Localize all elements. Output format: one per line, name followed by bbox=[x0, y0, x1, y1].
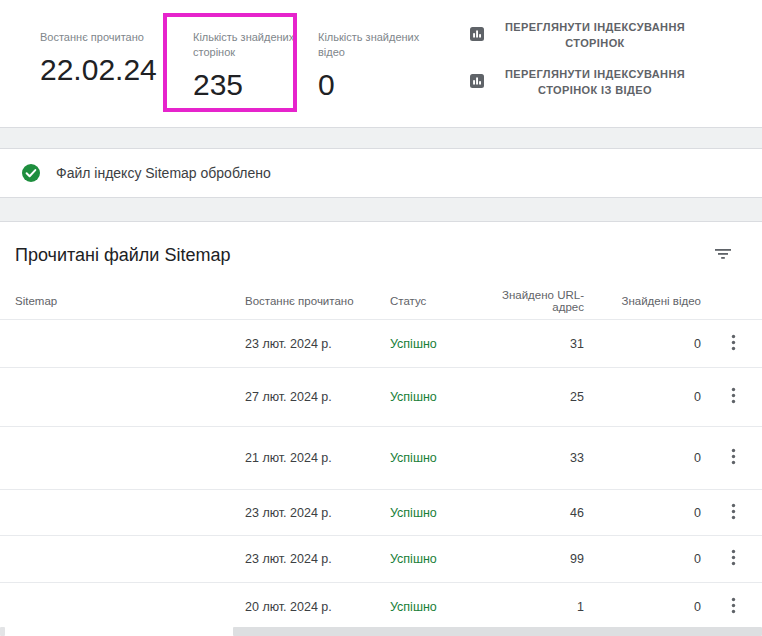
report-actions: Переглянути індексування сторінок Перегл… bbox=[470, 19, 695, 98]
cell-status: Успішно bbox=[390, 390, 490, 404]
status-banner-text: Файл індексу Sitemap оброблено bbox=[56, 165, 271, 181]
metric-value: 235 bbox=[193, 69, 318, 101]
kebab-menu-icon bbox=[731, 392, 736, 407]
cell-videos-found: 0 bbox=[588, 552, 705, 566]
cell-urls-found: 31 bbox=[490, 337, 588, 351]
row-menu-button[interactable] bbox=[727, 501, 740, 525]
action-label: Переглянути індексування сторінок із від… bbox=[495, 66, 695, 98]
kebab-menu-icon bbox=[731, 508, 736, 523]
action-label: Переглянути індексування сторінок bbox=[495, 19, 695, 51]
metric-block: Востаннє прочитано 22.02.24 bbox=[40, 30, 193, 101]
cell-menu bbox=[705, 385, 750, 409]
column-header-videos-found[interactable]: Знайдені відео bbox=[588, 295, 705, 307]
cell-urls-found: 1 bbox=[490, 600, 588, 614]
table-row[interactable]: 21 лют. 2024 р. Успішно 33 0 bbox=[0, 427, 762, 490]
cell-urls-found: 25 bbox=[490, 390, 588, 404]
table-row[interactable]: 27 лют. 2024 р. Успішно 25 0 bbox=[0, 368, 762, 427]
metric-value: 22.02.24 bbox=[40, 54, 193, 86]
view-indexing-button[interactable]: Переглянути індексування сторінок bbox=[470, 19, 695, 51]
cell-last-read: 23 лют. 2024 р. bbox=[245, 337, 390, 351]
horizontal-scrollbar-fragment[interactable] bbox=[0, 627, 5, 636]
cell-videos-found: 0 bbox=[588, 600, 705, 614]
row-menu-button[interactable] bbox=[727, 595, 740, 619]
column-header-last-read[interactable]: Востаннє прочитано bbox=[245, 295, 390, 307]
cell-menu bbox=[705, 332, 750, 356]
metrics-summary-card: Востаннє прочитано 22.02.24 Кількість зн… bbox=[0, 0, 762, 128]
table-row[interactable]: 23 лют. 2024 р. Успішно 31 0 bbox=[0, 320, 762, 368]
kebab-menu-icon bbox=[731, 602, 736, 617]
view-indexing-button[interactable]: Переглянути індексування сторінок із від… bbox=[470, 66, 695, 98]
cell-videos-found: 0 bbox=[588, 506, 705, 520]
filter-icon bbox=[714, 250, 732, 265]
kebab-menu-icon bbox=[731, 453, 736, 468]
kebab-menu-icon bbox=[731, 554, 736, 569]
cell-urls-found: 46 bbox=[490, 506, 588, 520]
cell-urls-found: 33 bbox=[490, 451, 588, 465]
table-row[interactable]: 20 лют. 2024 р. Успішно 1 0 bbox=[0, 583, 762, 631]
table-row[interactable]: 23 лют. 2024 р. Успішно 46 0 bbox=[0, 490, 762, 536]
metrics-group: Востаннє прочитано 22.02.24 Кількість зн… bbox=[40, 30, 428, 101]
sitemap-report-page: Востаннє прочитано 22.02.24 Кількість зн… bbox=[0, 0, 762, 636]
status-banner: Файл індексу Sitemap оброблено bbox=[0, 149, 762, 198]
metric-label: Кількість знайдених відео bbox=[318, 30, 428, 60]
kebab-menu-icon bbox=[731, 339, 736, 354]
cell-menu bbox=[705, 501, 750, 525]
filter-button[interactable] bbox=[712, 244, 734, 267]
column-header-status[interactable]: Статус bbox=[390, 295, 490, 307]
row-menu-button[interactable] bbox=[727, 385, 740, 409]
cell-last-read: 21 лют. 2024 р. bbox=[245, 451, 390, 465]
cell-last-read: 23 лют. 2024 р. bbox=[245, 506, 390, 520]
row-menu-button[interactable] bbox=[727, 332, 740, 356]
column-header-urls-found[interactable]: Знайдено URL-адрес bbox=[490, 289, 588, 313]
cell-videos-found: 0 bbox=[588, 390, 705, 404]
cell-status: Успішно bbox=[390, 552, 490, 566]
cell-videos-found: 0 bbox=[588, 337, 705, 351]
table-header-row: Sitemap Востаннє прочитано Статус Знайде… bbox=[0, 282, 762, 320]
cell-status: Успішно bbox=[390, 337, 490, 351]
row-menu-button[interactable] bbox=[727, 446, 740, 470]
table-card-header: Прочитані файли Sitemap bbox=[0, 222, 762, 282]
cell-last-read: 23 лют. 2024 р. bbox=[245, 552, 390, 566]
table-body: 23 лют. 2024 р. Успішно 31 0 bbox=[0, 320, 762, 631]
cell-menu bbox=[705, 446, 750, 470]
section-divider bbox=[0, 128, 762, 149]
metric-block: Кількість знайдених відео 0 bbox=[318, 30, 428, 101]
cell-last-read: 20 лют. 2024 р. bbox=[245, 600, 390, 614]
column-header-sitemap[interactable]: Sitemap bbox=[15, 295, 245, 307]
cell-status: Успішно bbox=[390, 600, 490, 614]
cell-videos-found: 0 bbox=[588, 451, 705, 465]
metric-value: 0 bbox=[318, 69, 428, 101]
cell-status: Успішно bbox=[390, 506, 490, 520]
bar-chart-icon bbox=[470, 74, 484, 91]
cell-urls-found: 99 bbox=[490, 552, 588, 566]
horizontal-scrollbar-thumb[interactable] bbox=[233, 627, 762, 636]
table-row[interactable]: 23 лют. 2024 р. Успішно 99 0 bbox=[0, 536, 762, 583]
metric-label: Востаннє прочитано bbox=[40, 30, 165, 45]
cell-menu bbox=[705, 547, 750, 571]
cell-last-read: 27 лют. 2024 р. bbox=[245, 390, 390, 404]
cell-menu bbox=[705, 595, 750, 619]
cell-status: Успішно bbox=[390, 451, 490, 465]
bar-chart-icon bbox=[470, 27, 484, 44]
section-divider bbox=[0, 198, 762, 222]
metric-label: Кількість знайдених сторінок bbox=[193, 30, 303, 60]
check-circle-icon bbox=[22, 164, 40, 182]
row-menu-button[interactable] bbox=[727, 547, 740, 571]
table-title: Прочитані файли Sitemap bbox=[15, 245, 230, 266]
sitemaps-table-card: Прочитані файли Sitemap Sitemap Востаннє… bbox=[0, 222, 762, 633]
metric-block: Кількість знайдених сторінок 235 bbox=[193, 30, 318, 101]
